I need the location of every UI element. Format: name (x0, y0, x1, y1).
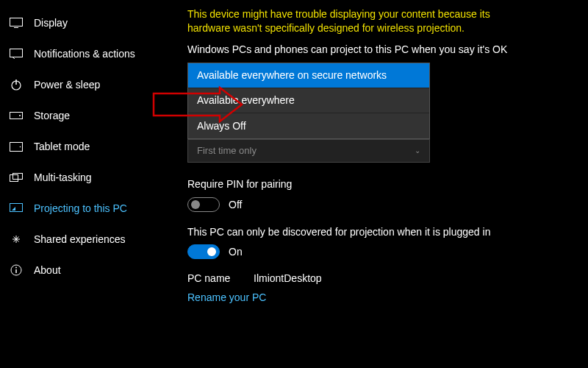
sidebar-item-label: Multi-tasking (34, 171, 92, 183)
sidebar-item-label: Shared experiences (34, 233, 126, 245)
require-pin-state: Off (229, 199, 242, 210)
rename-pc-link[interactable]: Rename your PC (187, 291, 573, 303)
chevron-down-icon: ⌄ (415, 146, 420, 155)
discover-toggle[interactable] (187, 244, 220, 259)
require-pin-toggle[interactable] (187, 197, 220, 212)
sidebar-item-label: Projecting to this PC (34, 202, 127, 214)
discover-state: On (229, 246, 243, 258)
svg-point-17 (15, 267, 17, 269)
sidebar-item-storage[interactable]: Storage (0, 100, 187, 131)
sidebar-item-about[interactable]: About (0, 255, 187, 286)
sidebar-item-projecting[interactable]: Projecting to this PC (0, 193, 187, 224)
svg-rect-9 (10, 175, 18, 182)
dropdown-option-label: Available everywhere on secure networks (197, 69, 387, 81)
hardware-warning: This device might have trouble displayin… (187, 7, 526, 35)
power-icon (9, 77, 24, 92)
sidebar-item-label: Tablet mode (34, 141, 90, 152)
dropdown-option-secure[interactable]: Available everywhere on secure networks (188, 63, 429, 88)
ask-to-project-value: First time only (197, 145, 257, 156)
project-permission-label: Windows PCs and phones can project to th… (187, 43, 526, 57)
svg-rect-0 (10, 18, 23, 26)
notifications-icon (9, 46, 24, 61)
storage-icon (9, 108, 24, 123)
sidebar-item-label: Notifications & actions (34, 48, 135, 60)
discover-label: This PC can only be discovered for proje… (187, 225, 526, 239)
sidebar-item-label: About (34, 264, 61, 276)
sidebar-item-label: Display (34, 17, 68, 29)
pc-name-row: PC name IlmiontDesktop (187, 272, 573, 284)
projecting-icon (9, 201, 24, 216)
svg-point-6 (19, 115, 21, 116)
display-icon (9, 15, 24, 30)
pc-name-value: IlmiontDesktop (254, 272, 322, 284)
require-pin-label: Require PIN for pairing (187, 177, 526, 191)
dropdown-option-off[interactable]: Always Off (188, 113, 429, 138)
dropdown-option-everywhere[interactable]: Available everywhere (188, 88, 429, 113)
dropdown-option-label: Available everywhere (197, 94, 295, 106)
tablet-icon (9, 139, 24, 154)
sidebar-item-multitasking[interactable]: Multi-tasking (0, 162, 187, 193)
sidebar-item-label: Storage (34, 110, 70, 121)
ask-to-project-select[interactable]: First time only ⌄ (187, 139, 430, 163)
sidebar-item-notifications[interactable]: Notifications & actions (0, 38, 187, 69)
settings-main-panel: This device might have trouble displayin… (187, 0, 588, 368)
shared-icon (9, 232, 24, 247)
sidebar-item-shared[interactable]: Shared experiences (0, 224, 187, 255)
sidebar-item-label: Power & sleep (34, 79, 100, 91)
sidebar-item-display[interactable]: Display (0, 7, 187, 38)
pc-name-label: PC name (187, 272, 254, 284)
dropdown-option-label: Always Off (197, 120, 246, 132)
settings-sidebar: Display Notifications & actions Power & … (0, 0, 187, 368)
about-icon (9, 263, 24, 277)
multitasking-icon (9, 170, 24, 185)
svg-rect-11 (10, 204, 23, 212)
sidebar-item-power[interactable]: Power & sleep (0, 69, 187, 100)
svg-point-8 (20, 146, 21, 147)
svg-rect-2 (10, 49, 23, 57)
sidebar-item-tablet[interactable]: Tablet mode (0, 131, 187, 162)
project-permission-dropdown[interactable]: Available everywhere on secure networks … (187, 63, 430, 139)
